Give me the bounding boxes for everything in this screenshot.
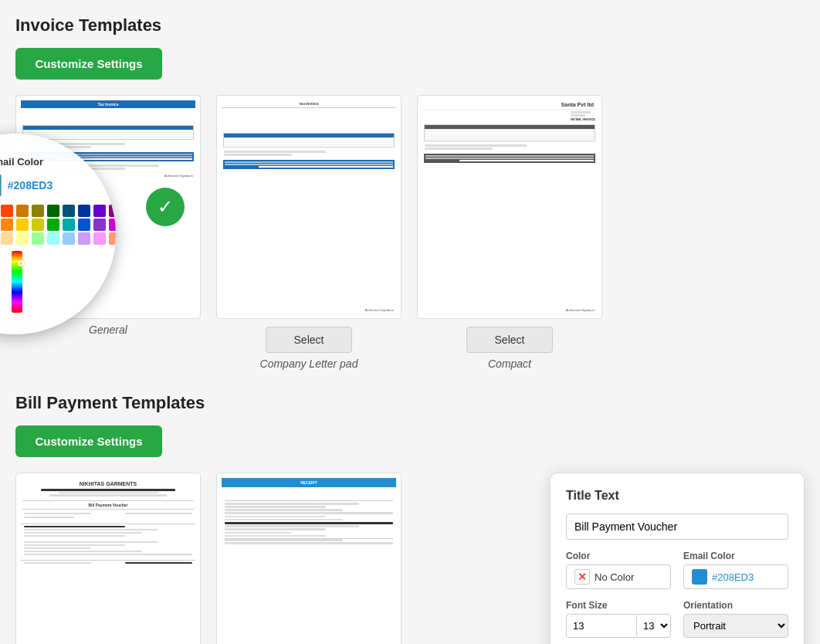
color-dot[interactable] [47, 232, 59, 245]
company-letter-pad-preview: TAX INVOICE [216, 95, 402, 319]
color-dot[interactable] [78, 219, 90, 231]
email-color-btn[interactable]: #208ED3 [683, 564, 788, 589]
color-dot[interactable] [1, 219, 13, 231]
color-dot[interactable] [93, 219, 106, 231]
general-template-label: General [89, 324, 127, 336]
thermal-printer-card: NIKHITAS GARMENTS Bill Payment Voucher [15, 473, 201, 644]
invoice-customize-btn[interactable]: Customize Settings [15, 48, 162, 80]
orientation-label: Orientation [683, 600, 788, 611]
font-size-input[interactable] [567, 615, 636, 636]
preview-header: Tax Invoice [21, 100, 195, 108]
color-dot[interactable] [63, 219, 75, 231]
color-dot[interactable] [109, 232, 116, 245]
orientation-select[interactable]: Portrait Landscape [683, 614, 788, 638]
color-dot[interactable] [16, 232, 29, 245]
bill-templates-row: NIKHITAS GARMENTS Bill Payment Voucher [15, 473, 805, 644]
billpay-header: RECEIPT [222, 478, 396, 487]
color-dot[interactable] [16, 219, 29, 231]
email-color-field: Email Color #208ED3 [683, 551, 788, 589]
thermal-printer-preview: NIKHITAS GARMENTS Bill Payment Voucher [15, 473, 201, 644]
font-size-label: Font Size [566, 600, 671, 611]
general-template-card: Email Color #208ED3 [15, 95, 201, 336]
color-dot[interactable] [1, 205, 13, 217]
color-field: Color ✕ No Color [566, 551, 671, 589]
color-dot[interactable] [78, 232, 90, 245]
popup-title: Title Text [566, 489, 788, 503]
bill-section-title: Bill Payment Templates [15, 393, 805, 413]
color-dot[interactable] [93, 232, 106, 245]
color-dot[interactable] [32, 232, 44, 245]
font-size-select[interactable]: 13 10 11 12 14 16 [636, 615, 670, 637]
company-letter-pad-card: TAX INVOICE [216, 95, 402, 370]
bill-payment-section: Bill Payment Templates Customize Setting… [15, 393, 805, 644]
email-color-label: Email Color [0, 156, 43, 168]
color-value-display: #208ED3 [0, 174, 53, 197]
compact-template-label: Compact [488, 358, 531, 370]
email-color-label: Email Color [683, 551, 788, 561]
bill-customize-btn[interactable]: Customize Settings [15, 425, 162, 457]
color-dot[interactable] [63, 205, 75, 217]
orientation-field: Orientation Portrait Landscape [683, 600, 788, 638]
invoice-templates-section: Invoice Templates Customize Settings Ema… [15, 15, 805, 370]
color-swatch[interactable] [0, 174, 2, 197]
gradient-container [8, 251, 22, 313]
title-text-input[interactable] [566, 514, 788, 540]
customize-settings-popup: Title Text Color ✕ No Color Email Color … [550, 473, 805, 644]
compact-select-btn[interactable]: Select [466, 327, 554, 353]
compact-template-card: Santa Pvt ltd RETAIL INVOICE [417, 95, 602, 370]
color-label: Color [566, 551, 671, 561]
color-dot[interactable] [32, 205, 44, 217]
no-color-btn[interactable]: ✕ No Color [566, 564, 671, 589]
company-letter-pad-select-btn[interactable]: Select [266, 327, 353, 353]
billpay-template-card: RECEIPT [216, 473, 402, 644]
email-color-swatch [692, 569, 707, 585]
color-picker-inner: Email Color #208ED3 [0, 145, 104, 323]
font-size-stepper[interactable]: 13 10 11 12 14 16 [566, 614, 671, 638]
color-dot[interactable] [1, 232, 13, 245]
color-row: Color ✕ No Color Email Color #208ED3 [566, 551, 788, 589]
company-letter-pad-label: Company Letter pad [260, 358, 358, 370]
invoice-section-title: Invoice Templates [15, 15, 805, 36]
checkmark-icon: ✓ [146, 188, 185, 226]
color-grid [0, 205, 116, 245]
color-dot[interactable] [47, 219, 59, 231]
font-orientation-row: Font Size 13 10 11 12 14 16 [566, 600, 788, 638]
color-dot[interactable] [93, 205, 106, 217]
color-dot[interactable] [16, 205, 29, 217]
invoice-templates-row: Email Color #208ED3 [15, 95, 805, 370]
color-dot[interactable] [78, 205, 90, 217]
email-color-hex: #208ED3 [712, 571, 754, 583]
color-hex-text: #208ED3 [8, 179, 53, 192]
billpay-template-preview: RECEIPT [216, 473, 402, 644]
no-color-text: No Color [595, 571, 634, 583]
no-color-icon: ✕ [574, 569, 590, 585]
font-size-field: Font Size 13 10 11 12 14 16 [566, 600, 671, 638]
compact-template-preview: Santa Pvt ltd RETAIL INVOICE [417, 95, 602, 319]
color-dot[interactable] [109, 219, 116, 231]
color-dot[interactable] [63, 232, 75, 245]
color-dot[interactable] [32, 219, 44, 231]
color-dot[interactable] [47, 205, 59, 217]
